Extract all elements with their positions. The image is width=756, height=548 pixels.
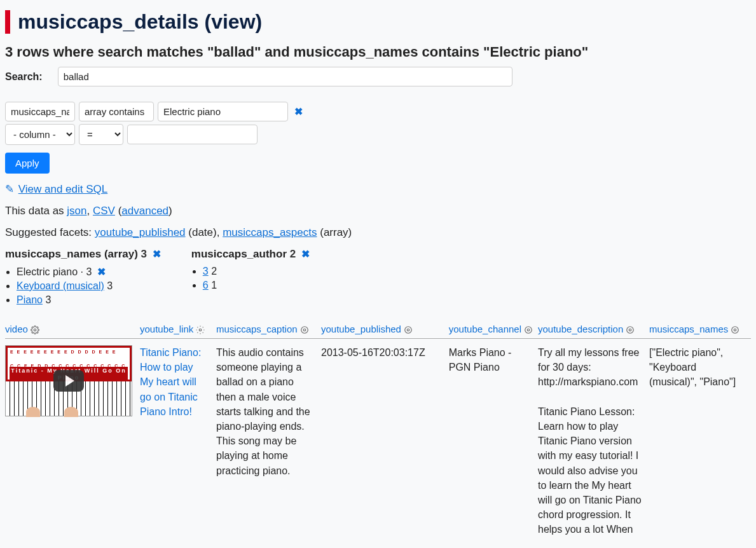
apply-button[interactable]: Apply	[5, 153, 50, 174]
names-cell: ["Electric piano", "Keyboard (musical)",…	[649, 339, 751, 544]
gear-icon[interactable]	[731, 325, 739, 334]
facet-musiccaps-names: musiccaps_names (array) 3 ✖ Electric pia…	[5, 248, 161, 308]
caption-cell: This audio contains someone playing a ba…	[216, 339, 321, 544]
svg-point-6	[527, 329, 530, 331]
facet-remove-icon[interactable]: ✖	[153, 249, 161, 259]
col-video[interactable]: video	[5, 324, 28, 334]
gear-icon[interactable]	[31, 325, 39, 334]
remove-filter-icon[interactable]: ✖	[294, 106, 303, 118]
facet-item-remove-icon[interactable]: ✖	[97, 266, 106, 277]
facet-item: Electric piano · 3 ✖	[17, 266, 161, 278]
description-cell: Try all my lessons free for 30 days: htt…	[538, 339, 649, 544]
suggested-facet-aspects[interactable]: musiccaps_aspects	[223, 226, 317, 238]
col-published[interactable]: youtube_published	[321, 324, 401, 334]
col-names[interactable]: musiccaps_names	[649, 324, 728, 334]
export-json-link[interactable]: json	[67, 205, 86, 217]
svg-point-1	[199, 329, 202, 331]
export-csv-link[interactable]: CSV	[93, 205, 115, 217]
facet-item[interactable]: Piano 3	[17, 294, 161, 306]
video-thumbnail[interactable]: E E E E E E E E E D D D D E E E Titanic …	[5, 345, 132, 416]
facet-remove-icon[interactable]: ✖	[301, 249, 310, 259]
gear-icon[interactable]	[404, 325, 413, 334]
results-table: video youtube_link musiccaps_caption you…	[5, 320, 751, 543]
youtube-link[interactable]: Titanic Piano: How to play My heart will…	[140, 347, 201, 417]
facet-item[interactable]: 3 2	[203, 266, 310, 277]
facet-musiccaps-author: musiccaps_author 2 ✖ 3 2 6 1	[191, 248, 310, 308]
col-channel[interactable]: youtube_channel	[449, 324, 521, 334]
col-youtube-link[interactable]: youtube_link	[140, 324, 193, 334]
page-title: musiccaps_details (view)	[5, 10, 751, 34]
svg-point-2	[303, 329, 306, 331]
svg-point-5	[405, 327, 412, 334]
gear-icon[interactable]	[524, 325, 533, 334]
channel-cell: Marks Piano - PGN Piano	[449, 339, 538, 544]
svg-point-8	[629, 329, 632, 331]
svg-point-3	[301, 327, 308, 334]
export-prefix: This data as	[5, 205, 67, 217]
filter-value-input-2[interactable]	[127, 125, 258, 144]
published-cell: 2013-05-16T20:03:17Z	[321, 339, 449, 544]
svg-point-4	[407, 329, 409, 331]
col-description[interactable]: youtube_description	[538, 324, 623, 334]
gear-icon[interactable]	[300, 325, 309, 334]
svg-point-7	[525, 327, 532, 334]
gear-icon[interactable]	[626, 325, 635, 334]
svg-point-11	[732, 327, 739, 334]
export-advanced-link[interactable]: advanced	[121, 205, 168, 217]
search-label: Search:	[5, 71, 43, 83]
search-input[interactable]	[58, 67, 512, 86]
svg-point-9	[627, 327, 634, 334]
view-sql-link[interactable]: View and edit SQL	[18, 183, 108, 195]
suggested-facet-published[interactable]: youtube_published	[95, 226, 186, 238]
filter-summary: 3 rows where search matches "ballad" and…	[5, 44, 751, 60]
svg-point-10	[734, 329, 736, 331]
filter-value-input-1[interactable]	[158, 102, 288, 121]
filter-column-select-2[interactable]: - column -	[5, 124, 75, 145]
filter-column-select-1[interactable]	[5, 102, 75, 121]
svg-point-0	[34, 329, 36, 331]
gear-icon[interactable]	[196, 325, 205, 334]
filter-op-select-2[interactable]: =	[79, 124, 123, 145]
play-icon[interactable]	[53, 370, 84, 392]
suggested-facets-label: Suggested facets:	[5, 226, 95, 238]
col-caption[interactable]: musiccaps_caption	[216, 324, 298, 334]
facet-item[interactable]: Keyboard (musical) 3	[17, 280, 161, 292]
pencil-icon: ✎	[5, 183, 14, 195]
filter-op-select-1[interactable]	[79, 102, 154, 121]
table-row: E E E E E E E E E D D D D E E E Titanic …	[5, 339, 751, 544]
facet-item[interactable]: 6 1	[203, 280, 310, 291]
